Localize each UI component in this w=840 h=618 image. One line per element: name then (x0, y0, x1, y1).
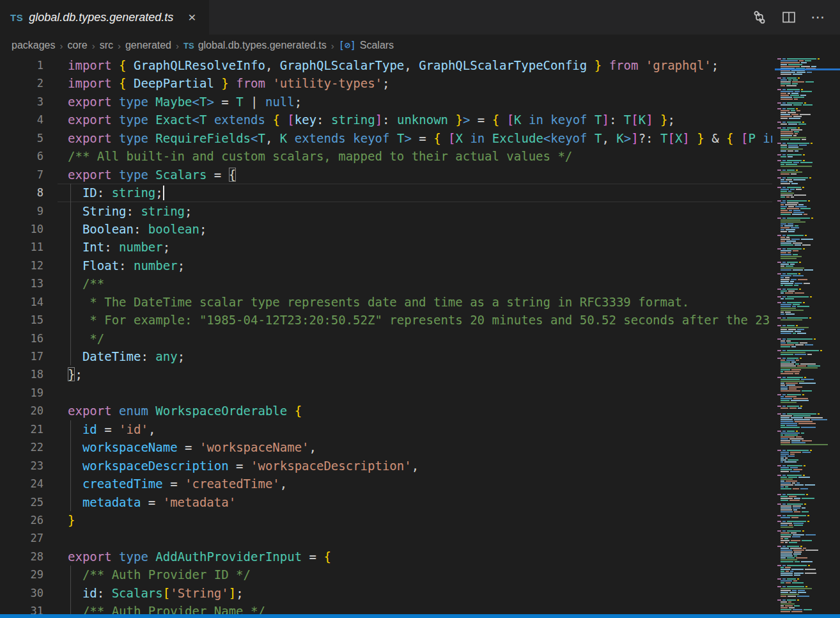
minimap-line (781, 150, 798, 152)
minimap-line (781, 557, 807, 559)
minimap-line (777, 350, 822, 351)
minimap-line (777, 530, 804, 532)
more-actions-icon[interactable]: ⋯ (811, 10, 826, 25)
status-bar (0, 614, 840, 618)
minimap-line (781, 592, 806, 593)
minimap-line (781, 594, 799, 595)
indent-guide (70, 184, 71, 202)
minimap-line (781, 147, 798, 148)
minimap-line (781, 452, 811, 453)
minimap-line (781, 242, 802, 244)
minimap-line (781, 400, 809, 401)
split-editor-icon[interactable] (781, 10, 797, 25)
line-number: 21 (0, 420, 68, 438)
breadcrumb-item-src[interactable]: src (100, 40, 113, 51)
minimap-line (781, 173, 797, 175)
line-number: 17 (0, 347, 68, 365)
minimap-line (781, 221, 805, 223)
minimap-line (777, 122, 804, 123)
minimap-line (781, 214, 807, 215)
minimap-line (781, 241, 796, 242)
minimap-line (781, 434, 798, 436)
minimap-line (781, 277, 789, 278)
minimap-line (781, 191, 791, 192)
breadcrumb-item-generated[interactable]: generated (125, 40, 171, 51)
minimap-line (777, 218, 813, 219)
minimap-line (781, 304, 800, 305)
indent-guide (70, 257, 71, 274)
minimap-line (781, 469, 802, 470)
code-content[interactable]: import { GraphQLResolveInfo, GraphQLScal… (68, 56, 772, 615)
text-cursor (163, 186, 164, 200)
minimap-line (781, 74, 802, 75)
minimap-line (781, 250, 798, 251)
minimap-line (777, 325, 798, 326)
minimap-line (781, 390, 812, 392)
minimap-line (781, 331, 801, 332)
minimap-line (777, 262, 801, 263)
line-number: 19 (0, 384, 68, 402)
code-line: /** Auth Provider Name */ (68, 602, 772, 615)
line-number: 5 (0, 129, 68, 147)
minimap-line (781, 561, 813, 562)
minimap-line (781, 423, 816, 424)
minimap-line (781, 114, 811, 115)
breadcrumb-file-icon: TS (183, 41, 194, 51)
minimap-line (781, 202, 798, 203)
minimap-line (781, 523, 804, 524)
breadcrumb-item-file[interactable]: global.db.types.generated.ts (198, 40, 327, 51)
minimap-line (781, 500, 800, 501)
minimap-line (781, 457, 788, 459)
tab-global-db-types-generated[interactable]: TS global.db.types.generated.ts × (0, 0, 209, 35)
minimap-line (781, 371, 800, 372)
line-number: 16 (0, 329, 68, 347)
breadcrumb-item-core[interactable]: core (68, 40, 88, 51)
minimap-line (781, 456, 795, 457)
minimap-line (781, 461, 797, 463)
minimap-line (781, 292, 804, 294)
minimap-line (777, 143, 813, 144)
code-line: } (68, 511, 772, 529)
minimap-line (781, 555, 797, 557)
minimap-line (781, 590, 805, 591)
indent-guide (70, 238, 71, 256)
tab-close-button[interactable]: × (183, 9, 200, 26)
breadcrumb-item-packages[interactable]: packages (12, 40, 56, 51)
minimap-line (781, 264, 795, 265)
breadcrumb-item-symbol[interactable]: Scalars (360, 40, 394, 51)
minimap-line (781, 306, 809, 307)
line-number: 26 (0, 511, 68, 529)
minimap-line (781, 605, 800, 606)
minimap-line (777, 187, 804, 188)
minimap-line (781, 139, 806, 140)
minimap-line (781, 344, 813, 345)
code-line: createdTime = 'createdTime', (68, 475, 772, 493)
minimap-line (781, 183, 798, 184)
code-editor[interactable]: 1234567891011121314151617181920212223242… (0, 56, 840, 615)
code-line: Int: number; (68, 238, 772, 256)
minimap-line (781, 179, 805, 180)
minimap-line (781, 573, 816, 574)
minimap-line (781, 459, 798, 461)
minimap-line (781, 269, 813, 271)
minimap-line (781, 118, 800, 119)
minimap-line (781, 386, 802, 388)
indent-guide (70, 475, 71, 493)
minimap-line (781, 298, 794, 299)
line-number: 22 (0, 438, 68, 456)
code-line (68, 529, 772, 547)
open-changes-icon[interactable] (752, 10, 767, 25)
code-line: ID: string; (68, 184, 772, 202)
minimap-line (781, 365, 820, 367)
minimap-line (781, 219, 800, 221)
minimap[interactable] (775, 56, 840, 615)
minimap-line (781, 313, 795, 315)
minimap-line (781, 383, 816, 384)
minimap-line (781, 223, 793, 225)
minimap-line (781, 361, 796, 363)
line-number: 20 (0, 402, 68, 420)
code-line: id = 'id', (68, 420, 772, 438)
minimap-line (777, 431, 798, 432)
minimap-line (777, 578, 799, 580)
minimap-line (781, 340, 791, 342)
